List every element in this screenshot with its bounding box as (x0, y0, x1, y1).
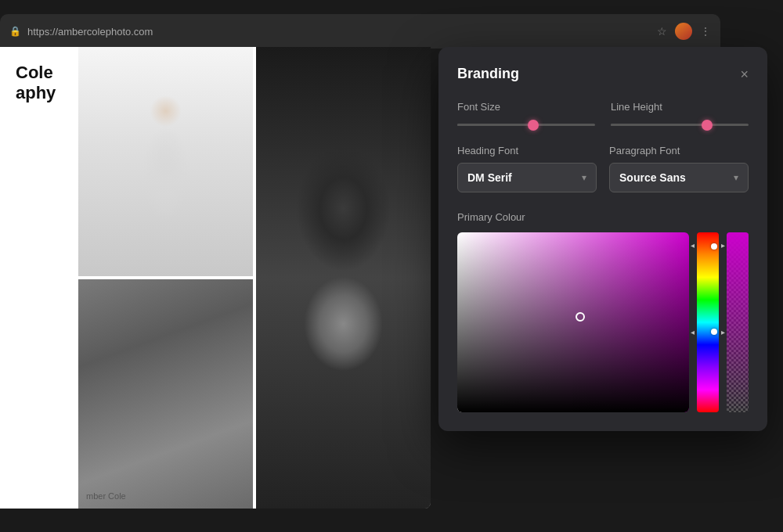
fonts-row: Heading Font DM Serif ▾ Paragraph Font S… (457, 145, 749, 192)
spectrum-handle-top[interactable] (711, 243, 717, 250)
paragraph-font-dropdown[interactable]: Source Sans ▾ (609, 163, 749, 192)
heading-font-value: DM Serif (467, 171, 512, 184)
line-height-thumb[interactable] (702, 120, 713, 131)
spectrum-arrow-right-bottom: ▸ (721, 327, 725, 336)
color-gradient-box[interactable] (457, 232, 689, 412)
heading-font-chevron: ▾ (582, 172, 586, 183)
paragraph-font-group: Paragraph Font Source Sans ▾ (609, 145, 749, 192)
branding-panel: Branding × Font Size Line Height Heading… (438, 47, 767, 431)
photo-1 (78, 47, 253, 276)
menu-icon[interactable]: ⋮ (700, 25, 711, 38)
paragraph-font-chevron: ▾ (734, 172, 738, 183)
line-height-slider[interactable] (611, 124, 749, 126)
photo-person-overlay-1 (78, 47, 253, 276)
site-title: Cole aphy (16, 63, 56, 104)
photo-label: mber Cole (86, 491, 126, 501)
font-size-slider[interactable] (457, 124, 595, 126)
spectrum-handle-bottom[interactable] (711, 329, 717, 335)
primary-colour-label: Primary Colour (457, 211, 749, 223)
paragraph-font-value: Source Sans (619, 171, 686, 184)
font-size-fill (457, 124, 533, 126)
primary-colour-section: Primary Colour ◂ ▸ ◂ ▸ (457, 211, 749, 412)
heading-font-group: Heading Font DM Serif ▾ (457, 145, 597, 192)
sliders-row: Font Size Line Height (457, 101, 749, 126)
heading-font-label: Heading Font (457, 145, 597, 156)
line-height-group: Line Height (611, 101, 749, 126)
browser-chrome: 🔒 https://ambercolephoto.com ☆ ⋮ (0, 14, 720, 49)
site-header: Cole aphy (16, 63, 56, 104)
photo-3: mber Cole (78, 279, 253, 509)
paragraph-font-label: Paragraph Font (609, 145, 749, 156)
line-height-fill (611, 124, 707, 126)
color-picker-area: ◂ ▸ ◂ ▸ (457, 232, 749, 412)
font-size-label: Font Size (457, 101, 595, 113)
font-size-group: Font Size (457, 101, 595, 126)
panel-header: Branding × (457, 66, 749, 82)
font-size-thumb[interactable] (528, 120, 539, 131)
spectrum-arrow-left-top: ◂ (691, 241, 695, 250)
color-cursor[interactable] (576, 312, 585, 322)
photo-grid: mber Cole (78, 47, 431, 509)
avatar (675, 23, 692, 40)
bookmark-icon[interactable]: ☆ (657, 25, 667, 38)
photo-person-overlay-2 (256, 47, 431, 509)
opacity-gradient (727, 232, 749, 412)
lock-icon: 🔒 (9, 26, 21, 37)
spectrum-arrow-left-bottom: ◂ (691, 327, 695, 336)
color-opacity-bar[interactable] (727, 232, 749, 412)
gradient-darkness (457, 232, 689, 412)
browser-actions: ☆ ⋮ (657, 23, 711, 40)
panel-title: Branding (457, 66, 519, 82)
close-button[interactable]: × (740, 67, 749, 81)
photo-2 (256, 47, 431, 509)
heading-font-dropdown[interactable]: DM Serif ▾ (457, 163, 597, 192)
color-spectrum[interactable] (697, 232, 719, 412)
website-preview: Cole aphy mber Cole (0, 47, 431, 509)
line-height-label: Line Height (611, 101, 749, 113)
url-bar: https://ambercolephoto.com (27, 26, 651, 38)
spectrum-arrow-right-top: ▸ (721, 241, 725, 250)
spectrum-container: ◂ ▸ ◂ ▸ (697, 232, 719, 412)
